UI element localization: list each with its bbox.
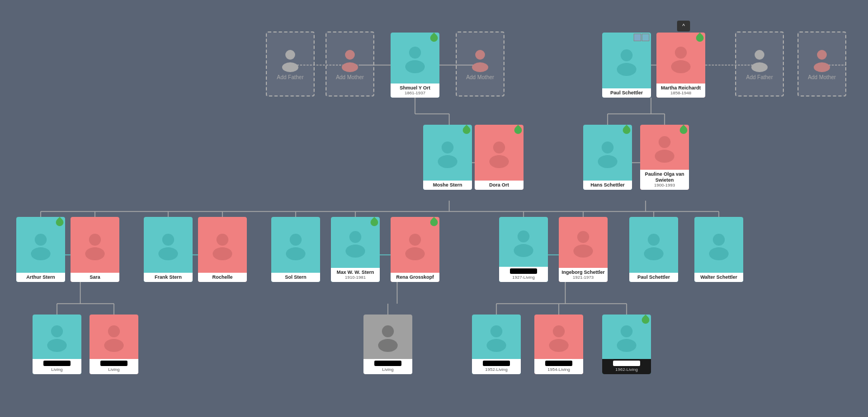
scroll-up-button[interactable]: ^ [677, 21, 690, 31]
leaf-badge-shmuel [429, 33, 439, 43]
name-stern-child3: 1962-Living [602, 359, 651, 374]
avatar-sol [271, 217, 320, 273]
svg-point-49 [409, 47, 421, 59]
person-sol[interactable]: Sol Stern [271, 217, 320, 282]
name-sara: Sara [71, 273, 119, 282]
name-arthur: Arthur Stern [16, 273, 65, 282]
avatar-walter [694, 217, 743, 273]
photo-overlay-2 [642, 34, 649, 41]
svg-point-89 [713, 234, 725, 246]
person-stern-child3[interactable]: 1962-Living [602, 315, 651, 374]
avatar-pauline [640, 125, 689, 170]
svg-point-75 [216, 234, 228, 246]
person-child-max[interactable]: Living [363, 315, 412, 374]
svg-point-98 [487, 339, 506, 352]
svg-point-101 [621, 325, 633, 337]
person-dora[interactable]: Dora Ort [475, 125, 524, 190]
add-father-placeholder-right[interactable]: Add Father [735, 31, 784, 97]
person-moshe[interactable]: Moshe Stern [423, 125, 472, 190]
name-moshe: Moshe Stern [423, 181, 472, 190]
svg-point-46 [282, 62, 298, 72]
svg-point-71 [89, 234, 101, 246]
svg-point-90 [709, 247, 729, 260]
avatar-child1 [33, 315, 81, 359]
person-stern-child2[interactable]: 1954-Living [534, 315, 583, 374]
add-mother-placeholder-left[interactable]: Add Mother [326, 31, 374, 97]
avatar-child-max [363, 315, 412, 359]
avatar-hans [583, 125, 632, 181]
name-stern-child1: 1952-Living [472, 359, 521, 374]
svg-point-80 [346, 245, 365, 258]
person-ingeborg[interactable]: Ingeborg Schettler 1921-1973 [559, 217, 608, 282]
person-frank[interactable]: Frank Stern [144, 217, 193, 282]
svg-point-64 [489, 155, 509, 168]
leaf-badge-arthur [54, 217, 65, 228]
svg-point-76 [213, 247, 232, 260]
svg-point-56 [671, 60, 691, 73]
svg-point-100 [549, 339, 569, 352]
svg-point-55 [675, 47, 687, 59]
name-child-max: Living [363, 359, 412, 374]
name-rochelle: Rochelle [198, 273, 247, 282]
svg-point-97 [490, 325, 502, 337]
name-hans: Hans Schettler [583, 181, 632, 190]
avatar-paul-jr [629, 217, 678, 273]
svg-point-59 [817, 50, 827, 60]
svg-point-95 [382, 325, 394, 337]
avatar-max [331, 217, 380, 268]
person-hans[interactable]: Hans Schettler [583, 125, 632, 190]
person-shmuel[interactable]: Shmuel Y Ort 1861-1937 [391, 33, 439, 98]
person-arthur[interactable]: Arthur Stern [16, 217, 65, 282]
name-max: Max W. W. Stern 1910-1981 [331, 268, 380, 282]
svg-point-91 [51, 325, 63, 337]
name-dora: Dora Ort [475, 181, 524, 190]
name-ingeborg: Ingeborg Schettler 1921-1973 [559, 268, 608, 282]
svg-point-73 [162, 234, 174, 246]
svg-point-52 [472, 62, 488, 72]
person-rena[interactable]: Rena Grosskopf [391, 217, 439, 282]
avatar-paul-sr [602, 33, 651, 88]
svg-point-87 [648, 234, 660, 246]
person-sara[interactable]: Sara [71, 217, 119, 282]
person-max[interactable]: Max W. W. Stern 1910-1981 [331, 217, 380, 282]
name-child2: Living [90, 359, 138, 374]
add-father-placeholder-left[interactable]: Add Father [266, 31, 315, 97]
avatar-dora [475, 125, 524, 181]
person-martha[interactable]: Martha Reichardt 1858-1948 [656, 33, 705, 98]
svg-point-88 [644, 247, 663, 260]
svg-point-96 [378, 339, 398, 352]
svg-point-67 [659, 136, 671, 148]
photo-overlay-1 [634, 34, 641, 41]
svg-point-93 [108, 325, 120, 337]
person-stern-hidden1[interactable]: 1927-Living [499, 217, 548, 282]
svg-point-72 [85, 247, 105, 260]
person-paul-jr[interactable]: Paul Schettler [629, 217, 678, 282]
family-tree: ^ Add Father Add Mother Shmuel Y Ort 186… [0, 0, 868, 417]
avatar-stern-hidden1 [499, 217, 548, 267]
name-child1: Living [33, 359, 81, 374]
svg-point-66 [598, 155, 617, 168]
leaf-badge-dora [513, 125, 524, 136]
add-mother-placeholder-right[interactable]: Add Mother [797, 31, 846, 97]
person-child1[interactable]: Living [33, 315, 81, 374]
svg-point-50 [405, 60, 425, 73]
avatar-shmuel [391, 33, 439, 84]
add-mother-placeholder-center[interactable]: Add Mother [456, 31, 505, 97]
person-rochelle[interactable]: Rochelle [198, 217, 247, 282]
person-stern-child1[interactable]: 1952-Living [472, 315, 521, 374]
svg-point-84 [514, 244, 533, 257]
avatar-rena [391, 217, 439, 273]
name-shmuel: Shmuel Y Ort 1861-1937 [391, 84, 439, 98]
avatar-ingeborg [559, 217, 608, 268]
svg-point-74 [158, 247, 178, 260]
name-pauline: Pauline Olga van Swieten 1900-1993 [640, 170, 689, 190]
person-child2[interactable]: Living [90, 315, 138, 374]
person-walter[interactable]: Walter Schettler [694, 217, 743, 282]
name-walter: Walter Schettler [694, 273, 743, 282]
svg-point-58 [751, 62, 768, 72]
avatar-stern-child3 [602, 315, 651, 359]
svg-point-70 [31, 247, 50, 260]
name-rena: Rena Grosskopf [391, 273, 439, 282]
person-pauline[interactable]: Pauline Olga van Swieten 1900-1993 [640, 125, 689, 190]
person-paul-sr[interactable]: Paul Schettler [602, 33, 651, 98]
